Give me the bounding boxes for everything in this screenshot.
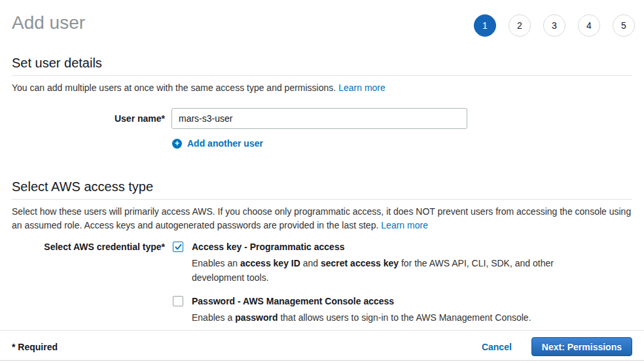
bottom-divider bbox=[0, 360, 644, 364]
add-user-page: Add user 1 2 3 4 5 Set user details You … bbox=[0, 0, 644, 364]
user-details-learn-more-link[interactable]: Learn more bbox=[338, 82, 385, 93]
user-details-description: You can add multiple users at once with … bbox=[12, 81, 632, 95]
add-another-user-button[interactable]: + Add another user bbox=[172, 138, 632, 149]
step-4-number: 4 bbox=[586, 20, 592, 31]
main-content: Set user details You can add multiple us… bbox=[0, 37, 644, 330]
username-input[interactable] bbox=[171, 108, 467, 129]
step-3-indicator: 3 bbox=[543, 14, 565, 37]
required-note: * Required bbox=[12, 342, 58, 352]
credential-type-row: Select AWS credential type* Access key -… bbox=[12, 242, 632, 325]
step-4-indicator: 4 bbox=[578, 14, 600, 37]
wizard-step-indicator: 1 2 3 4 5 bbox=[461, 14, 635, 37]
password-option-body: Password - AWS Management Console access… bbox=[192, 296, 531, 325]
password-option-title: Password - AWS Management Console access bbox=[192, 296, 531, 307]
access-key-desc-b2: secret access key bbox=[321, 258, 399, 268]
wizard-footer: * Required Cancel Next: Permissions bbox=[0, 330, 644, 360]
access-key-desc-p1: Enables an bbox=[192, 258, 240, 268]
access-key-option-desc: Enables an access key ID and secret acce… bbox=[192, 256, 556, 285]
password-checkbox[interactable] bbox=[173, 296, 183, 306]
access-type-description-text: Select how these users will primarily ac… bbox=[12, 206, 631, 230]
step-3-number: 3 bbox=[552, 20, 557, 31]
username-field-wrap bbox=[171, 108, 467, 129]
access-type-description: Select how these users will primarily ac… bbox=[12, 205, 632, 232]
add-another-user-label: Add another user bbox=[187, 138, 263, 149]
access-key-checkbox[interactable] bbox=[173, 242, 183, 252]
password-desc-p2: that allows users to sign-in to the AWS … bbox=[278, 312, 531, 323]
step-1-number: 1 bbox=[482, 20, 488, 31]
access-key-option-body: Access key - Programmatic access Enables… bbox=[192, 242, 556, 285]
password-desc-p1: Enables a bbox=[192, 312, 235, 323]
access-key-desc-p2: and bbox=[300, 258, 321, 268]
access-type-learn-more-link[interactable]: Learn more bbox=[381, 220, 428, 230]
plus-circle-icon: + bbox=[172, 139, 182, 149]
select-access-type-heading: Select AWS access type bbox=[12, 179, 632, 200]
step-2-indicator: 2 bbox=[509, 14, 531, 37]
page-title: Add user bbox=[12, 12, 85, 34]
password-desc-b1: password bbox=[235, 312, 277, 323]
user-details-description-text: You can add multiple users at once with … bbox=[12, 82, 336, 93]
access-key-option-title: Access key - Programmatic access bbox=[192, 242, 556, 253]
checkmark-icon bbox=[175, 244, 182, 251]
step-5-number: 5 bbox=[621, 20, 626, 31]
set-user-details-section: Set user details You can add multiple us… bbox=[12, 55, 632, 149]
page-header: Add user 1 2 3 4 5 bbox=[0, 0, 644, 37]
username-row: User name* bbox=[12, 108, 632, 129]
password-option: Password - AWS Management Console access… bbox=[171, 296, 556, 325]
username-label: User name* bbox=[12, 113, 165, 124]
access-key-option: Access key - Programmatic access Enables… bbox=[171, 242, 556, 285]
access-key-desc-b1: access key ID bbox=[240, 258, 300, 268]
step-2-number: 2 bbox=[517, 20, 522, 31]
step-1-indicator: 1 bbox=[474, 14, 496, 37]
select-access-type-section: Select AWS access type Select how these … bbox=[12, 179, 632, 325]
password-option-desc: Enables a password that allows users to … bbox=[192, 310, 531, 325]
step-5-indicator: 5 bbox=[613, 14, 635, 37]
set-user-details-heading: Set user details bbox=[12, 55, 632, 76]
cancel-button[interactable]: Cancel bbox=[482, 342, 512, 352]
credential-options: Access key - Programmatic access Enables… bbox=[171, 242, 556, 325]
credential-type-label: Select AWS credential type* bbox=[12, 242, 165, 252]
next-permissions-button[interactable]: Next: Permissions bbox=[531, 337, 632, 356]
